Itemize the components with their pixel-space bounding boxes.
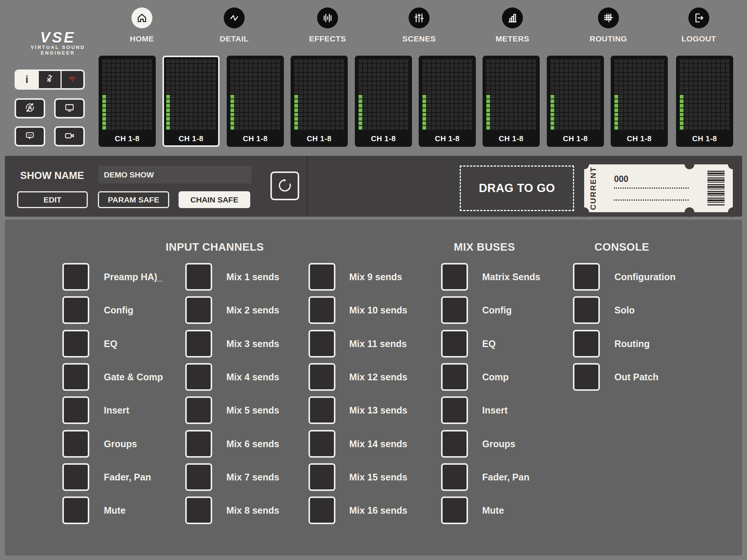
checkbox-insert[interactable] — [441, 396, 468, 424]
checkbox-eq[interactable] — [62, 330, 89, 358]
video-camera-button[interactable] — [54, 126, 85, 146]
checkbox-label: Mix 6 sends — [226, 439, 279, 449]
channel-meter-panel[interactable]: CH 1-8 — [162, 56, 220, 147]
nav-item-routing[interactable]: ROUTING — [575, 7, 642, 43]
nav-item-logout[interactable]: LOGOUT — [665, 7, 732, 43]
meter-panel-label: CH 1-8 — [678, 132, 732, 145]
checkbox-fader-pan[interactable] — [62, 463, 89, 491]
logout-icon — [688, 7, 709, 28]
channel-meter-panel[interactable]: CH 1-8 — [291, 56, 348, 147]
checkbox-label: Fader, Pan — [104, 472, 151, 483]
led-meter-grid — [678, 57, 732, 132]
equalizer-bar — [66, 21, 71, 28]
checkbox-mix-11-sends[interactable] — [309, 330, 335, 358]
display-icon — [63, 102, 75, 115]
checkbox-gate-comp[interactable] — [62, 363, 89, 391]
checkbox-mix-6-sends[interactable] — [185, 430, 212, 458]
ticket-notch — [728, 160, 738, 169]
equalizer-bar — [30, 22, 36, 28]
nav-item-effects[interactable]: EFFECTS — [294, 7, 361, 43]
ticket-notch — [728, 207, 738, 217]
channel-meter-panel[interactable]: CH 1-8 — [355, 56, 412, 147]
led-meter-grid — [292, 57, 346, 132]
checkbox-label: Mix 9 sends — [349, 272, 402, 282]
checkbox-mix-14-sends[interactable] — [309, 430, 335, 458]
status-toggle-group: i — [15, 69, 85, 90]
checkbox-matrix-sends[interactable] — [441, 263, 468, 291]
channel-meter-panel[interactable]: CH 1-8 — [419, 56, 476, 147]
checkbox-fader-pan[interactable] — [441, 463, 468, 491]
channel-meter-panel[interactable]: CH 1-8 — [227, 56, 284, 147]
checkbox-configuration[interactable] — [573, 263, 600, 291]
edit-button[interactable]: EDIT — [17, 191, 88, 208]
section-title-console: CONSOLE — [525, 241, 719, 253]
param-safe-button[interactable]: PARAM SAFE — [98, 191, 169, 208]
checkbox-config[interactable] — [62, 296, 89, 324]
checkbox-mix-4-sends[interactable] — [185, 363, 212, 391]
info-toggle[interactable]: i — [16, 71, 38, 88]
user-sync-button[interactable] — [15, 98, 45, 118]
checkbox-label: EQ — [104, 338, 117, 349]
current-scene-ticket[interactable]: CURRENT 000 — [584, 164, 733, 212]
mic-mute-toggle[interactable] — [38, 71, 61, 88]
checkbox-mix-8-sends[interactable] — [185, 496, 212, 524]
checkbox-mix-2-sends[interactable] — [185, 296, 212, 324]
nav-item-detail[interactable]: DETAIL — [201, 7, 268, 43]
checkbox-solo[interactable] — [573, 296, 600, 324]
channel-meter-panel[interactable]: CH 1-8 — [99, 56, 156, 147]
show-name-input[interactable]: DEMO SHOW — [98, 166, 251, 183]
checkbox-label: Mix 16 sends — [349, 505, 407, 516]
checkbox-routing[interactable] — [573, 330, 600, 358]
show-bar: SHOW NAME DEMO SHOW EDIT PARAM SAFE CHAI… — [5, 156, 742, 217]
checkbox-label: Config — [104, 305, 133, 316]
drag-to-go-dropzone[interactable]: DRAG TO GO — [460, 165, 574, 211]
home-icon — [131, 7, 152, 28]
checkbox-label: Mix 12 sends — [349, 372, 407, 383]
checkbox-mix-16-sends[interactable] — [309, 496, 335, 524]
chain-safe-button[interactable]: CHAIN SAFE — [179, 191, 250, 208]
checkbox-mute[interactable] — [62, 496, 89, 524]
wifi-status-toggle[interactable] — [61, 71, 83, 88]
equalizer-bar — [73, 23, 78, 28]
checkbox-mix-7-sends[interactable] — [185, 463, 212, 491]
nav-item-meters[interactable]: METERS — [479, 7, 546, 43]
info-label: i — [25, 74, 28, 86]
checkbox-out-patch[interactable] — [573, 363, 600, 391]
channel-meter-panel[interactable]: CH 1-8 — [547, 56, 604, 147]
channel-meter-panel[interactable]: CH 1-8 — [611, 56, 668, 147]
checkbox-mix-15-sends[interactable] — [309, 463, 335, 491]
checkbox-insert[interactable] — [62, 396, 89, 424]
reset-button[interactable] — [270, 171, 299, 200]
checkbox-mix-13-sends[interactable] — [309, 396, 335, 424]
checkbox-mix-3-sends[interactable] — [185, 330, 212, 358]
checkbox-mix-10-sends[interactable] — [309, 296, 335, 324]
nav-label: HOME — [108, 34, 176, 43]
channel-meter-panel[interactable]: CH 1-8 — [483, 56, 540, 147]
chat-icon — [24, 130, 36, 143]
checkbox-mix-1-sends[interactable] — [185, 263, 212, 291]
display-button[interactable] — [54, 98, 85, 118]
checkbox-label: Mix 3 sends — [226, 338, 279, 349]
checkbox-preamp-ha[interactable] — [62, 263, 89, 291]
checkbox-comp[interactable] — [441, 363, 468, 391]
checkbox-label: Matrix Sends — [482, 272, 540, 282]
meter-panel-label: CH 1-8 — [548, 132, 602, 145]
checkbox-config[interactable] — [441, 296, 468, 324]
checkbox-groups[interactable] — [441, 430, 468, 458]
checkbox-groups[interactable] — [62, 430, 89, 458]
vse-app: VSE VIRTUAL SOUND ENGINEER HOMEDETAILEFF… — [0, 0, 747, 560]
checkbox-mix-5-sends[interactable] — [185, 396, 212, 424]
checkbox-label: Mix 10 sends — [349, 305, 407, 316]
checkbox-label: Routing — [614, 338, 650, 349]
barcode-icon — [707, 171, 725, 206]
nav-item-scenes[interactable]: SCENES — [385, 7, 453, 43]
checkbox-eq[interactable] — [441, 330, 468, 358]
checkbox-mix-12-sends[interactable] — [309, 363, 335, 391]
checkbox-label: Groups — [482, 439, 515, 449]
checkbox-mix-9-sends[interactable] — [309, 263, 335, 291]
show-name-label: SHOW NAME — [20, 170, 84, 182]
channel-meter-panel[interactable]: CH 1-8 — [676, 56, 733, 147]
checkbox-mute[interactable] — [441, 496, 468, 524]
nav-item-home[interactable]: HOME — [108, 7, 176, 43]
chat-button[interactable] — [15, 126, 45, 146]
